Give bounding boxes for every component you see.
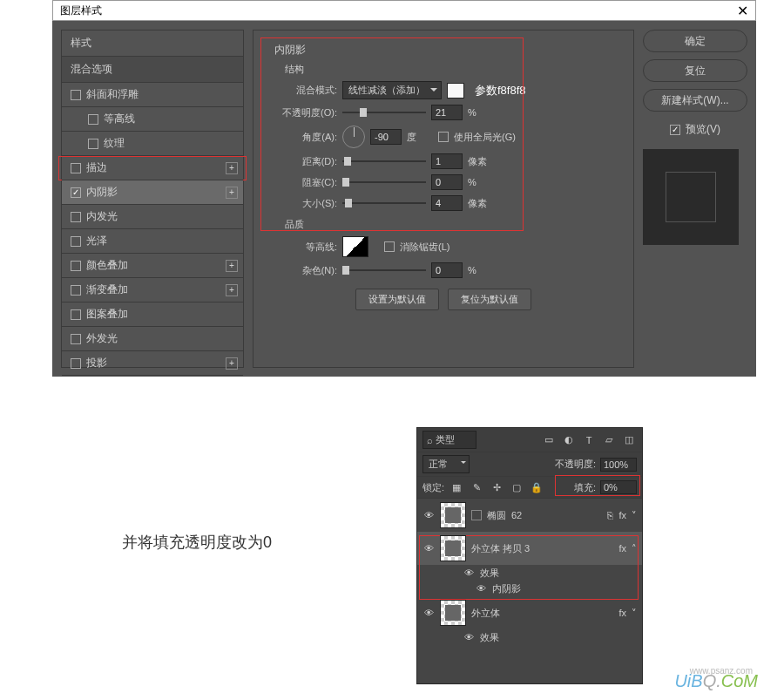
new-style-button[interactable]: 新建样式(W)... [643,89,747,112]
style-row[interactable]: 图案叠加 [62,302,243,327]
style-checkbox[interactable] [71,261,81,271]
filter-image-icon[interactable]: ▭ [541,432,557,448]
chevron-icon[interactable]: ˄ [632,543,637,554]
style-row[interactable]: 颜色叠加+ [62,254,243,278]
style-row[interactable]: 斜面和浮雕 [62,83,243,107]
opacity-slider[interactable] [342,106,426,119]
layer-row[interactable]: 👁外立体 拷贝 3fx ˄ [417,532,642,565]
style-label: 图案叠加 [86,307,128,322]
fx-badge[interactable]: fx [618,608,626,618]
style-row[interactable]: 内阴影+ [62,180,243,205]
fx-effects-row[interactable]: 👁效果 [417,565,642,581]
close-icon[interactable]: ✕ [737,3,748,19]
link-mask-icon [471,510,482,520]
kind-filter[interactable]: ⌕ 类型 [422,431,476,449]
angle-input[interactable] [370,129,402,145]
chevron-icon[interactable]: ˅ [632,510,637,521]
filter-smart-icon[interactable]: ◫ [621,432,637,448]
visibility-icon[interactable]: 👁 [422,543,435,554]
global-light-checkbox[interactable] [438,132,449,142]
visibility-icon[interactable]: 👁 [422,510,435,520]
fx-inner-shadow-row[interactable]: 👁内阴影 [417,581,642,596]
fx-effects-row[interactable]: 👁效果 [417,629,642,645]
filter-type-icon[interactable]: T [581,432,597,448]
filter-shape-icon[interactable]: ▱ [601,432,617,448]
lock-move-icon[interactable]: ✢ [489,479,504,495]
blending-options-row[interactable]: 混合选项 [62,57,243,83]
size-slider[interactable] [342,197,426,209]
chevron-icon[interactable]: ˅ [632,608,637,619]
preview-label: 预览(V) [686,122,720,137]
distance-input[interactable] [431,153,463,169]
color-swatch[interactable] [447,83,464,99]
reset-default-button[interactable]: 复位为默认值 [448,289,531,310]
antialias-checkbox[interactable] [384,241,395,252]
layer-thumbnail[interactable] [440,502,466,528]
noise-input[interactable] [431,262,463,278]
blend-mode-label: 混合模式: [271,84,337,97]
fill-field[interactable]: 0% [600,480,637,494]
style-row[interactable]: 内发光 [62,205,243,229]
lock-pixels-icon[interactable]: ▦ [449,479,464,495]
opacity-input[interactable] [431,105,463,120]
layer-opacity-field[interactable]: 100% [600,458,637,472]
choke-slider[interactable] [342,176,426,188]
style-checkbox[interactable] [71,236,81,247]
style-checkbox[interactable] [71,187,81,198]
style-row[interactable]: 描边+ [62,156,243,180]
angle-dial[interactable] [342,126,365,148]
layer-row[interactable]: 👁椭圆 62⎘ fx ˅ [417,499,642,532]
style-row[interactable]: 纹理 [62,132,243,156]
visibility-icon[interactable]: 👁 [463,567,475,578]
fx-badge[interactable]: fx [618,510,626,520]
reset-button[interactable]: 复位 [643,59,747,82]
choke-input[interactable] [431,174,463,190]
set-default-button[interactable]: 设置为默认值 [355,289,439,310]
layer-thumbnail[interactable] [440,535,466,561]
style-checkbox[interactable] [71,212,81,222]
size-input[interactable] [431,195,463,211]
angle-unit: 度 [407,131,433,144]
style-checkbox[interactable] [71,334,81,344]
style-row[interactable]: 光泽 [62,229,243,254]
visibility-icon[interactable]: 👁 [463,632,475,642]
style-row[interactable]: 投影+ [62,351,243,376]
blend-mode-dropdown[interactable]: 正常 [422,455,470,473]
distance-slider[interactable] [342,155,426,167]
filter-adjust-icon[interactable]: ◐ [561,432,577,448]
add-effect-icon[interactable]: + [226,284,238,296]
noise-slider[interactable] [342,264,426,276]
style-checkbox[interactable] [71,358,81,369]
link-icon[interactable]: ⎘ [607,510,613,520]
lock-brush-icon[interactable]: ✎ [469,479,484,495]
preview-box [643,149,739,245]
style-checkbox[interactable] [71,163,81,173]
blend-mode-dropdown[interactable]: 线性减淡（添加） [342,81,442,99]
lock-artboard-icon[interactable]: ▢ [509,479,524,495]
layer-row[interactable]: 👁外立体fx ˅ [417,596,642,629]
fx-badge[interactable]: fx [618,543,626,554]
style-checkbox[interactable] [71,90,81,100]
style-checkbox[interactable] [71,285,81,296]
add-effect-icon[interactable]: + [226,187,238,199]
visibility-icon[interactable]: 👁 [422,608,435,618]
style-checkbox[interactable] [71,309,81,320]
fx-label: 效果 [480,631,499,644]
layer-thumbnail[interactable] [440,600,466,626]
layer-name: 外立体 拷贝 3 [471,542,530,555]
lock-all-icon[interactable]: 🔒 [529,479,544,495]
style-row[interactable]: 外发光 [62,327,243,351]
add-effect-icon[interactable]: + [226,260,238,272]
add-effect-icon[interactable]: + [226,357,238,370]
contour-picker[interactable] [342,236,368,257]
add-effect-icon[interactable]: + [226,162,238,174]
style-row[interactable]: 等高线 [62,107,243,132]
visibility-icon[interactable]: 👁 [475,583,487,594]
preview-checkbox[interactable] [670,125,680,135]
ok-button[interactable]: 确定 [643,30,747,52]
style-checkbox[interactable] [88,114,98,125]
style-checkbox[interactable] [88,139,98,149]
style-row[interactable]: 渐变叠加+ [62,278,243,302]
styles-header[interactable]: 样式 [62,31,243,57]
distance-row: 距离(D): 像素 [271,153,616,169]
